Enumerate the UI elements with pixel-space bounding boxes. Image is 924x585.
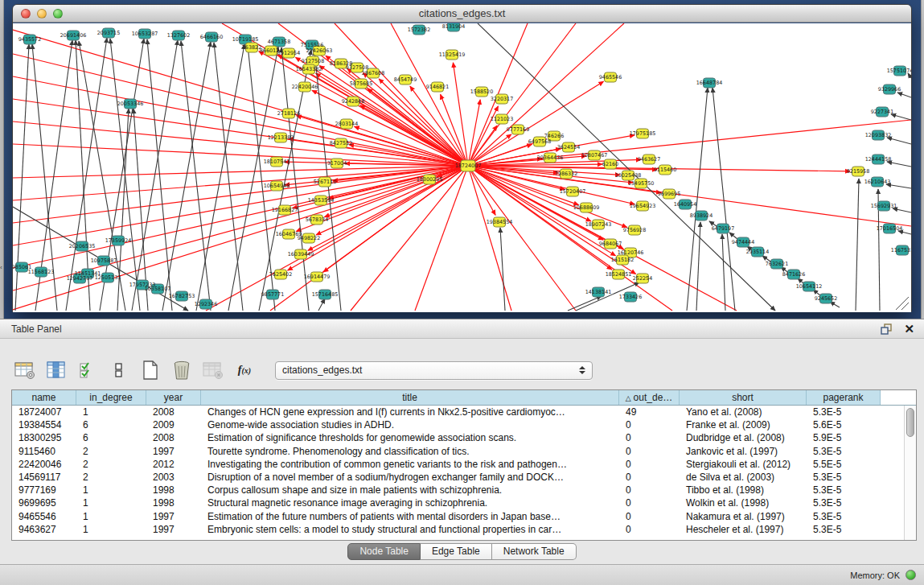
table-row[interactable]: 1456911722003Disruption of a novel membe…	[12, 471, 916, 484]
function-builder-icon[interactable]: f(x)	[232, 358, 257, 382]
graph-edge[interactable]	[500, 228, 505, 311]
table-cell[interactable]: 2012	[146, 458, 201, 471]
scrollbar-thumb[interactable]	[906, 408, 914, 437]
table-cell[interactable]: 2	[76, 445, 146, 458]
table-cell[interactable]: de Silva et al. (2003)	[680, 471, 807, 484]
table-row[interactable]: 911546021997Tourette syndrome. Phenomeno…	[12, 445, 916, 458]
tab-edge-table[interactable]: Edge Table	[421, 543, 492, 560]
graph-edge-selected[interactable]	[13, 76, 468, 166]
table-cell[interactable]: 1997	[146, 445, 201, 458]
table-cell[interactable]: 5.3E-5	[807, 510, 881, 523]
table-cell[interactable]: 0	[619, 418, 680, 431]
float-window-icon[interactable]	[880, 323, 893, 336]
show-columns-icon[interactable]	[44, 358, 68, 382]
resize-grip[interactable]	[896, 297, 909, 310]
row-height-icon[interactable]	[107, 358, 131, 382]
table-cell[interactable]: 0	[619, 510, 680, 523]
table-cell[interactable]: 6	[76, 418, 146, 431]
table-cell[interactable]: 9115460	[12, 445, 76, 458]
table-cell[interactable]: Estimation of significance thresholds fo…	[201, 431, 619, 444]
table-cell[interactable]: 0	[619, 431, 680, 444]
table-cell[interactable]: Wolkin et al. (1998)	[680, 496, 807, 509]
column-header-out_de[interactable]: △out_de…	[619, 390, 680, 405]
right-splitter-gutter[interactable]	[921, 0, 924, 319]
column-header-year[interactable]: year	[146, 390, 201, 405]
table-row[interactable]: 1938455462009Genome-wide association stu…	[12, 418, 916, 431]
zoom-button[interactable]	[53, 9, 63, 19]
table-cell[interactable]: 2008	[146, 431, 201, 444]
table-row[interactable]: 946362711997Embryonic stem cells: a mode…	[12, 523, 916, 536]
graph-edge-selected[interactable]	[13, 166, 468, 268]
table-cell[interactable]: 5.9E-5	[807, 431, 881, 444]
table-cell[interactable]: 1998	[146, 484, 201, 496]
table-cell[interactable]: Yano et al. (2008)	[680, 406, 807, 418]
table-cell[interactable]: 49	[619, 406, 680, 418]
graph-edge-selected[interactable]	[468, 166, 576, 311]
column-header-pagerank[interactable]: pagerank	[807, 390, 881, 405]
window-titlebar[interactable]: citations_edges.txt	[13, 5, 911, 23]
column-header-short[interactable]: short	[680, 390, 807, 405]
table-cell[interactable]: 2008	[146, 406, 201, 418]
table-cell[interactable]: Dudbridge et al. (2008)	[680, 431, 807, 444]
table-cell[interactable]: 6	[76, 431, 146, 444]
graph-edge-selected[interactable]	[453, 63, 468, 166]
delete-table-icon[interactable]	[170, 358, 194, 382]
table-cell[interactable]: 2	[76, 458, 146, 471]
table-cell[interactable]: 1	[76, 510, 146, 523]
vertical-scrollbar[interactable]	[904, 406, 916, 540]
table-cell[interactable]: 0	[619, 523, 680, 536]
new-document-icon[interactable]	[138, 358, 162, 382]
tab-node-table[interactable]: Node Table	[347, 543, 421, 560]
graph-edge[interactable]	[897, 93, 911, 97]
table-cell[interactable]: 1	[76, 496, 146, 509]
table-cell[interactable]: 0	[619, 445, 680, 458]
graph-edge-selected[interactable]	[13, 166, 468, 223]
graph-edge-selected[interactable]	[468, 166, 612, 270]
table-cell[interactable]: Tourette syndrome. Phenomenology and cla…	[201, 445, 619, 458]
table-cell[interactable]: 5.3E-5	[807, 445, 881, 458]
table-row[interactable]: 977716911998Corpus callosum shape and si…	[12, 484, 916, 496]
table-cell[interactable]: 18300295	[12, 431, 76, 444]
table-cell[interactable]: 0	[619, 471, 680, 484]
table-cell[interactable]: 0	[619, 484, 680, 496]
graph-edge-selected[interactable]	[351, 166, 468, 311]
table-cell[interactable]: Embryonic stem cells: a model to study s…	[201, 523, 619, 536]
table-cell[interactable]: 5.6E-5	[807, 418, 881, 431]
import-table-icon[interactable]	[201, 358, 225, 382]
table-cell[interactable]: 18724007	[12, 406, 76, 418]
minimize-button[interactable]	[37, 9, 47, 19]
graph-edge[interactable]	[318, 299, 325, 311]
table-cell[interactable]: 1997	[146, 510, 201, 523]
table-cell[interactable]: Jankovic et al. (1997)	[680, 445, 807, 458]
column-header-in_degree[interactable]: in_degree	[76, 390, 146, 405]
graph-edge[interactable]	[891, 114, 911, 120]
graph-edge[interactable]	[181, 41, 211, 311]
table-cell[interactable]: 9465546	[12, 510, 76, 523]
table-row[interactable]: 2242004622012Investigating the contribut…	[12, 458, 916, 471]
graph-edge-selected[interactable]	[363, 73, 468, 166]
tab-network-table[interactable]: Network Table	[492, 543, 577, 560]
table-cell[interactable]: 5.3E-5	[807, 406, 881, 418]
table-cell[interactable]: 9699695	[12, 496, 76, 509]
graph-edge-selected[interactable]	[415, 166, 468, 311]
table-cell[interactable]: 2	[76, 471, 146, 484]
table-cell[interactable]: Nakamura et al. (1997)	[680, 510, 807, 523]
table-cell[interactable]: 0	[619, 458, 680, 471]
table-cell[interactable]: 5.3E-5	[807, 471, 881, 484]
splitter-collapse-icon[interactable]: ‹	[0, 264, 2, 271]
table-cell[interactable]: 9777169	[12, 484, 76, 496]
table-settings-icon[interactable]	[13, 358, 37, 382]
table-cell[interactable]: 5.3E-5	[807, 496, 881, 509]
graph-edge-selected[interactable]	[13, 166, 468, 178]
table-cell[interactable]: 1	[76, 406, 146, 418]
close-button[interactable]	[21, 9, 31, 19]
table-cell[interactable]: 2009	[146, 418, 201, 431]
network-canvas-svg[interactable]: 9435572206914062093715106532871327602646…	[13, 23, 911, 312]
table-selector-dropdown[interactable]: citations_edges.txt	[275, 361, 593, 380]
graph-edge[interactable]	[132, 40, 178, 311]
graph-edge[interactable]	[568, 296, 602, 311]
table-cell[interactable]: Changes of HCN gene expression and I(f) …	[201, 406, 619, 418]
graph-edge-selected[interactable]	[13, 166, 468, 200]
table-cell[interactable]: 1997	[146, 523, 201, 536]
table-cell[interactable]: 9463627	[12, 523, 76, 536]
